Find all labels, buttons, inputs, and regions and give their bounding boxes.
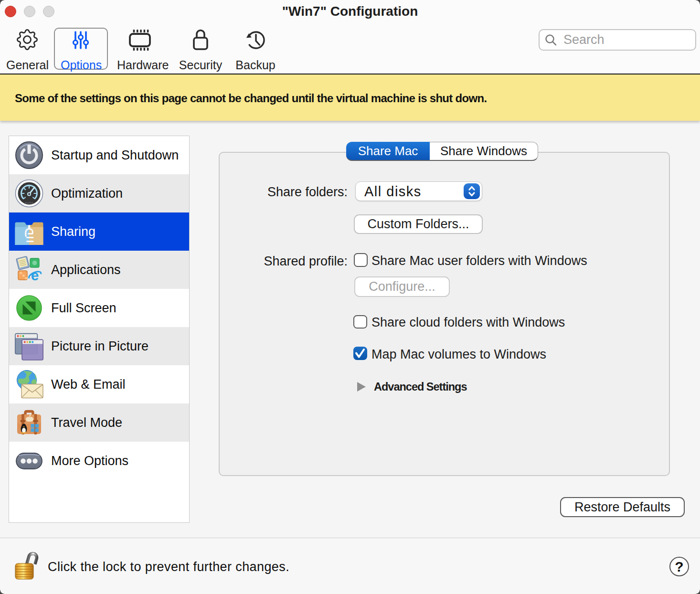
svg-text:Parallels: Parallels xyxy=(25,202,33,204)
svg-text:e: e xyxy=(31,267,39,283)
